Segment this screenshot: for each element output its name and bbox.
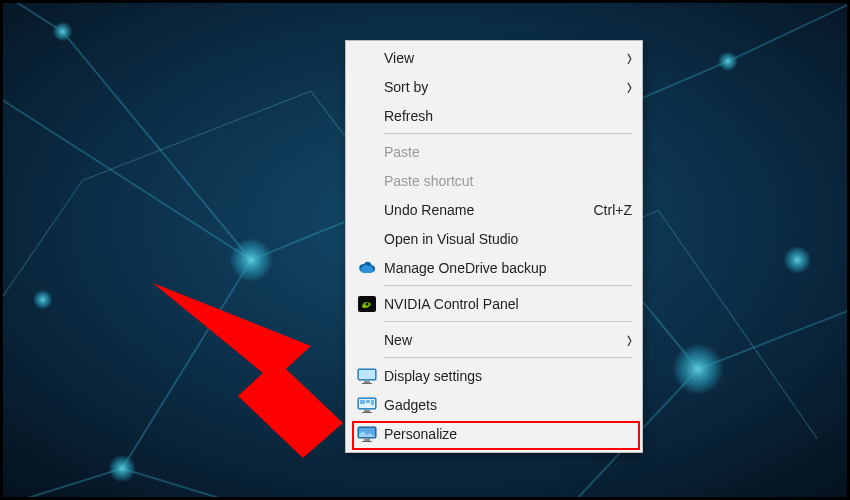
menu-item-paste: Paste: [346, 137, 642, 166]
menu-separator: [384, 285, 632, 286]
menu-item-refresh[interactable]: Refresh: [346, 101, 642, 130]
menu-item-label: Paste shortcut: [384, 173, 632, 189]
menu-separator: [384, 133, 632, 134]
svg-point-22: [718, 51, 738, 71]
menu-item-label: Gadgets: [384, 397, 632, 413]
gadgets-icon: [354, 395, 380, 415]
menu-item-label: New: [384, 332, 618, 348]
svg-rect-42: [364, 439, 370, 441]
svg-point-23: [53, 22, 73, 42]
menu-separator: [384, 321, 632, 322]
onedrive-icon: [354, 258, 380, 278]
menu-item-open-in-visual-studio[interactable]: Open in Visual Studio: [346, 224, 642, 253]
svg-point-20: [672, 343, 724, 395]
svg-rect-39: [371, 400, 374, 405]
svg-point-18: [229, 238, 273, 282]
blank-icon: [354, 330, 380, 350]
menu-item-label: Display settings: [384, 368, 632, 384]
chevron-right-icon: ›: [618, 327, 632, 353]
menu-item-label: Sort by: [384, 79, 618, 95]
menu-item-manage-onedrive-backup[interactable]: Manage OneDrive backup: [346, 253, 642, 282]
menu-separator: [384, 357, 632, 358]
menu-item-label: View: [384, 50, 618, 66]
display-icon: [354, 366, 380, 386]
svg-point-25: [783, 246, 811, 274]
svg-rect-38: [366, 400, 370, 403]
svg-rect-43: [362, 441, 372, 442]
menu-item-display-settings[interactable]: Display settings: [346, 361, 642, 390]
menu-item-gadgets[interactable]: Gadgets: [346, 390, 642, 419]
menu-item-paste-shortcut: Paste shortcut: [346, 166, 642, 195]
svg-point-21: [108, 455, 136, 483]
menu-item-nvidia-control-panel[interactable]: NVIDIA Control Panel: [346, 289, 642, 318]
menu-item-label: Personalize: [384, 426, 632, 442]
menu-item-label: Refresh: [384, 108, 632, 124]
svg-point-28: [366, 302, 369, 305]
blank-icon: [354, 48, 380, 68]
desktop[interactable]: View›Sort by›RefreshPastePaste shortcutU…: [0, 0, 850, 500]
menu-item-label: Undo Rename: [384, 202, 584, 218]
menu-item-label: Open in Visual Studio: [384, 231, 632, 247]
desktop-context-menu: View›Sort by›RefreshPastePaste shortcutU…: [345, 40, 643, 453]
svg-point-26: [33, 290, 53, 310]
blank-icon: [354, 142, 380, 162]
menu-item-sort-by[interactable]: Sort by›: [346, 72, 642, 101]
svg-rect-36: [362, 412, 372, 413]
menu-item-view[interactable]: View›: [346, 43, 642, 72]
menu-item-shortcut: Ctrl+Z: [594, 202, 633, 218]
svg-rect-31: [364, 381, 370, 383]
blank-icon: [354, 171, 380, 191]
menu-item-label: Paste: [384, 144, 632, 160]
chevron-right-icon: ›: [618, 74, 632, 100]
svg-rect-30: [359, 370, 375, 379]
menu-item-label: Manage OneDrive backup: [384, 260, 632, 276]
menu-item-undo-rename[interactable]: Undo RenameCtrl+Z: [346, 195, 642, 224]
menu-item-new[interactable]: New›: [346, 325, 642, 354]
blank-icon: [354, 106, 380, 126]
svg-rect-35: [364, 410, 370, 412]
blank-icon: [354, 200, 380, 220]
nvidia-icon: [354, 294, 380, 314]
blank-icon: [354, 229, 380, 249]
svg-rect-37: [360, 400, 365, 404]
chevron-right-icon: ›: [618, 45, 632, 71]
menu-item-personalize[interactable]: Personalize: [346, 419, 642, 448]
menu-item-label: NVIDIA Control Panel: [384, 296, 632, 312]
personalize-icon: [354, 424, 380, 444]
svg-rect-32: [362, 383, 372, 384]
blank-icon: [354, 77, 380, 97]
